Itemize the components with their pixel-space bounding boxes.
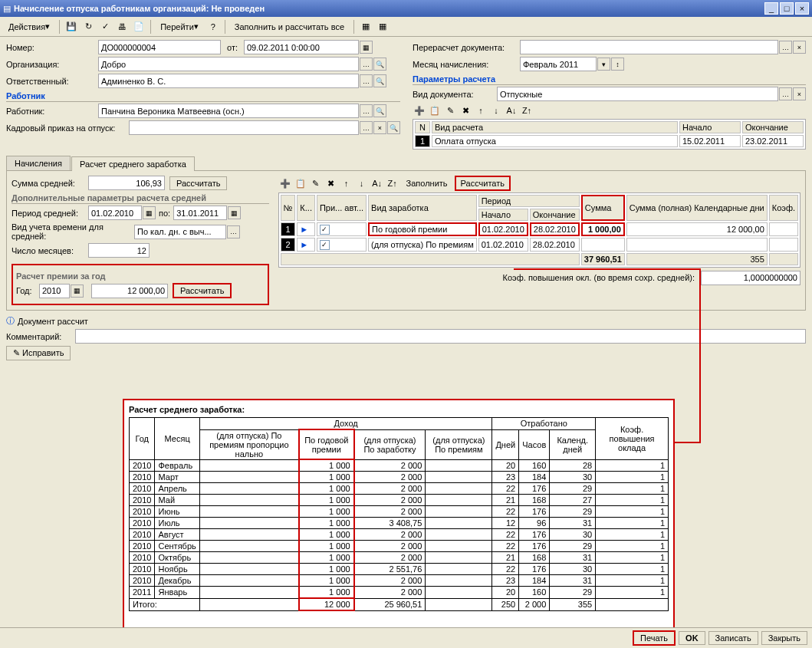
- table-row: 2010Февраль 1 000 2 000 2016028 1: [130, 459, 669, 472]
- org-label: Организация:: [6, 60, 98, 69]
- month-input[interactable]: [523, 60, 593, 69]
- info-icon: ⓘ: [6, 315, 15, 327]
- time-type-input[interactable]: [137, 227, 223, 236]
- fix-button[interactable]: ✎ Исправить: [6, 346, 71, 360]
- sort-asc-icon[interactable]: A↓: [370, 176, 384, 190]
- select-icon[interactable]: …: [360, 74, 373, 87]
- calc-bonus-button[interactable]: Рассчитать: [173, 283, 232, 298]
- actions-menu[interactable]: Действия ▾: [3, 19, 55, 35]
- year-input[interactable]: [42, 286, 67, 295]
- navigate-menu[interactable]: Перейти ▾: [155, 19, 204, 35]
- select-icon[interactable]: …: [779, 41, 792, 54]
- months-label: Число месяцев:: [12, 246, 88, 255]
- calc-grid-button[interactable]: Рассчитать: [455, 176, 511, 191]
- print-button[interactable]: Печать: [633, 630, 676, 646]
- list2-icon[interactable]: ▦: [375, 19, 390, 35]
- print-icon[interactable]: 🖶: [114, 19, 130, 35]
- table-row: 2010Сентябрь 1 000 2 000 2217629 1: [130, 541, 669, 552]
- calc-avg-button[interactable]: Рассчитать: [169, 176, 227, 190]
- comment-input[interactable]: [78, 332, 803, 341]
- window-title: Начисление отпуска работникам организаци…: [11, 4, 763, 13]
- delete-row-icon[interactable]: ✖: [324, 176, 338, 190]
- fill-button[interactable]: Заполнить: [401, 176, 453, 191]
- order-input[interactable]: [132, 123, 356, 133]
- calendar-icon[interactable]: ▦: [360, 41, 373, 54]
- help-icon[interactable]: ?: [205, 19, 221, 35]
- clear-icon[interactable]: ×: [373, 121, 386, 134]
- select-icon[interactable]: …: [779, 87, 792, 100]
- open-icon[interactable]: 🔍: [387, 121, 400, 134]
- close-form-button[interactable]: Закрыть: [761, 631, 807, 645]
- recalc-input[interactable]: [523, 43, 775, 52]
- moveup-icon[interactable]: ↑: [340, 176, 353, 190]
- titlebar: ▤ Начисление отпуска работникам организа…: [0, 0, 812, 17]
- calendar-icon[interactable]: ▦: [71, 285, 84, 298]
- sort-desc-icon[interactable]: Z↑: [386, 176, 399, 190]
- ok-button[interactable]: OK: [679, 631, 705, 645]
- number-input[interactable]: [101, 43, 218, 52]
- table-row: 2010Май 1 000 2 000 2116827 1: [130, 495, 669, 506]
- app-icon: ▤: [3, 4, 11, 14]
- sort-asc-icon[interactable]: A↓: [505, 104, 518, 117]
- minimize-button[interactable]: _: [764, 2, 778, 15]
- select-icon[interactable]: …: [360, 104, 373, 117]
- movedown-icon[interactable]: ↓: [355, 176, 369, 190]
- spinner-icon[interactable]: ↕: [611, 58, 624, 71]
- resp-input[interactable]: [101, 77, 356, 86]
- movedown-icon[interactable]: ↓: [489, 104, 503, 117]
- select-icon[interactable]: …: [227, 225, 240, 238]
- open-icon[interactable]: 🔍: [373, 58, 386, 71]
- add-row-icon[interactable]: ➕: [413, 104, 426, 117]
- doctype-input[interactable]: [500, 90, 775, 99]
- open-icon[interactable]: 🔍: [373, 74, 386, 87]
- moveup-icon[interactable]: ↑: [474, 104, 488, 117]
- recalc-label: Перерасчет документа:: [413, 43, 520, 52]
- date-input[interactable]: [247, 43, 356, 52]
- maximize-button[interactable]: □: [780, 2, 794, 15]
- avg-sum-input[interactable]: [91, 179, 162, 188]
- add-row-icon[interactable]: ➕: [278, 176, 292, 190]
- close-button[interactable]: ×: [795, 2, 809, 15]
- save-icon[interactable]: 💾: [64, 19, 79, 35]
- period-from-input[interactable]: [91, 209, 139, 218]
- table-row[interactable]: 2 ► ✓ (для отпуска) По премиям 01.02.201…: [281, 238, 798, 252]
- coef-input[interactable]: [704, 273, 797, 282]
- copy-row-icon[interactable]: 📋: [428, 104, 442, 117]
- months-input[interactable]: [91, 246, 146, 255]
- table-row: 2010Октябрь 1 000 2 000 2116831 1: [130, 552, 669, 564]
- clear-icon[interactable]: ×: [793, 87, 806, 100]
- org-input[interactable]: [101, 60, 356, 69]
- year-sum-input[interactable]: [94, 286, 165, 295]
- select-icon[interactable]: …: [360, 121, 373, 134]
- save-button[interactable]: Записать: [708, 631, 758, 645]
- edit-row-icon[interactable]: ✎: [309, 176, 323, 190]
- worker-input[interactable]: [101, 107, 356, 116]
- doctype-label: Вид документа:: [413, 90, 497, 99]
- select-icon[interactable]: …: [360, 58, 373, 71]
- copy-row-icon[interactable]: 📋: [294, 176, 307, 190]
- open-icon[interactable]: 🔍: [373, 104, 386, 117]
- clear-icon[interactable]: ×: [793, 41, 806, 54]
- table-row: 2010Апрель 1 000 2 000 2217629 1: [130, 483, 669, 495]
- report-icon[interactable]: 📄: [131, 19, 146, 35]
- refresh-icon[interactable]: ↻: [81, 19, 96, 35]
- earnings-grid[interactable]: № К... При... авт... Вид заработка Перио…: [278, 192, 800, 268]
- calc-types-table[interactable]: N Вид расчета Начало Окончание 1 Оплата …: [413, 119, 806, 150]
- sort-desc-icon[interactable]: Z↑: [520, 104, 534, 117]
- dropdown-icon[interactable]: ▾: [597, 58, 610, 71]
- edit-row-icon[interactable]: ✎: [443, 104, 457, 117]
- table-row[interactable]: 1 Оплата отпуска 15.02.2011 23.02.2011: [415, 135, 804, 147]
- tab-avg-calc[interactable]: Расчет среднего заработка: [71, 156, 195, 171]
- list1-icon[interactable]: ▦: [358, 19, 373, 35]
- post-icon[interactable]: ✓: [97, 19, 113, 35]
- tab-accruals[interactable]: Начисления: [6, 156, 71, 170]
- year-label: Год:: [16, 286, 39, 295]
- fill-calc-all-button[interactable]: Заполнить и рассчитать все: [229, 19, 350, 35]
- delete-row-icon[interactable]: ✖: [459, 104, 472, 117]
- calendar-icon[interactable]: ▦: [143, 206, 156, 219]
- period-label: Период средней:: [12, 209, 88, 218]
- worker-label: Работник:: [6, 107, 98, 116]
- period-to-input[interactable]: [176, 209, 224, 218]
- table-row[interactable]: 1 ► ✓ По годовой премии 01.02.2010 28.02…: [281, 222, 798, 236]
- calendar-icon[interactable]: ▦: [228, 206, 241, 219]
